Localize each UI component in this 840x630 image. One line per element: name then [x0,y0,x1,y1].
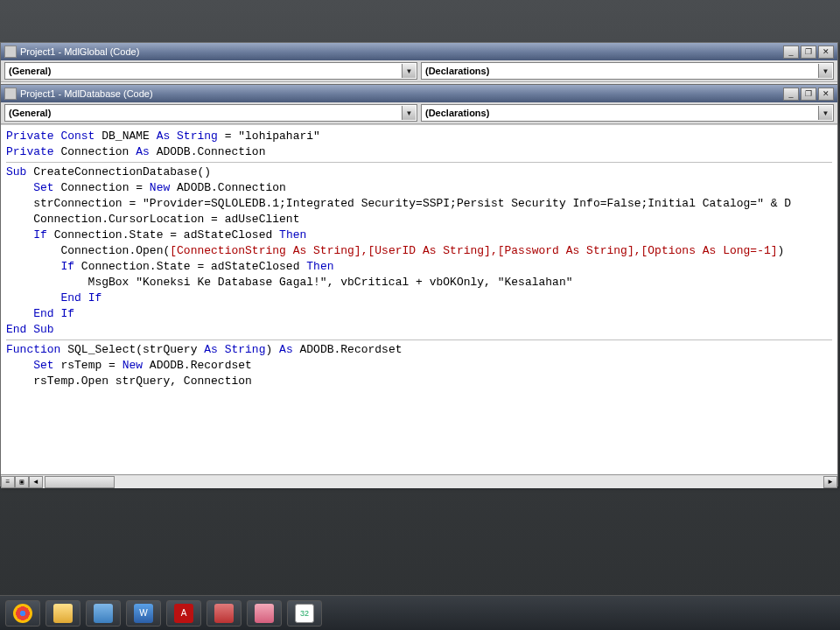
taskbar-pdf[interactable]: A [166,600,201,626]
chevron-down-icon[interactable]: ▼ [402,64,416,78]
close-button[interactable]: ✕ [818,46,834,59]
taskbar-app-blue[interactable] [86,600,121,626]
scroll-track[interactable] [43,476,823,488]
code-line: End Sub [6,322,832,338]
taskbar[interactable]: W A 32 [0,595,840,630]
scroll-thumb[interactable] [45,476,115,488]
scroll-right-button[interactable]: ► [823,476,837,488]
procedure-dropdown-label: (Declarations) [425,66,489,76]
object-dropdown-label: (General) [9,108,51,118]
word-icon: W [134,604,153,623]
close-button[interactable]: ✕ [818,88,834,101]
code-line: strConnection = "Provider=SQLOLEDB.1;Int… [6,196,832,212]
procedure-dropdown-database[interactable]: (Declarations) ▼ [421,104,834,122]
code-line: Function SQL_Select(strQuery As String) … [6,342,832,358]
code-line: End If [6,290,832,306]
restore-button[interactable]: ❐ [801,88,816,101]
maximize-button[interactable]: ❐ [801,46,816,59]
object-dropdown-label: (General) [9,66,51,76]
titlebar-mdlglobal[interactable]: Project1 - MdlGlobal (Code) _ ❐ ✕ [1,43,837,60]
taskbar-word[interactable]: W [126,600,161,626]
chevron-down-icon[interactable]: ▼ [402,106,416,120]
code-line: Connection.Open([ConnectionString As Str… [6,243,832,259]
titlebar-mdldatabase[interactable]: Project1 - MdlDatabase (Code) _ ❐ ✕ [1,85,837,102]
taskbar-explorer[interactable] [46,600,80,626]
taskbar-app-red[interactable] [206,600,242,626]
module-icon [4,46,17,58]
code-editor[interactable]: Private Const DB_NAME As String = "lohip… [1,124,837,488]
object-dropdown-database[interactable]: (General) ▼ [4,104,417,122]
code-line: If Connection.State = adStateClosed Then [6,259,832,275]
app-icon: 32 [295,604,314,623]
procedure-dropdown-global[interactable]: (Declarations) ▼ [421,62,834,80]
app-icon [255,604,274,623]
app-icon [94,604,113,623]
code-window-mdldatabase[interactable]: Project1 - MdlDatabase (Code) _ ❐ ✕ (Gen… [0,84,838,486]
code-line: Private Connection As ADODB.Connection [6,144,832,160]
object-dropdown-global[interactable]: (General) ▼ [4,62,417,80]
scroll-left-button[interactable]: ◄ [29,476,43,488]
code-line: Set rsTemp = New ADODB.Recordset [6,358,832,374]
minimize-button[interactable]: _ [783,88,799,101]
minimize-button[interactable]: _ [783,46,799,59]
code-line: Connection.CursorLocation = adUseClient [6,212,832,228]
pdf-icon: A [174,604,193,623]
taskbar-chrome[interactable] [5,600,40,626]
code-line: Sub CreateConnectionDatabase() [6,164,832,180]
chevron-down-icon[interactable]: ▼ [818,106,832,120]
window-title: Project1 - MdlDatabase (Code) [20,88,153,99]
code-line: Set Connection = New ADODB.Connection [6,180,832,196]
procedure-dropdown-label: (Declarations) [425,108,489,118]
taskbar-app-pink[interactable] [247,600,282,626]
code-line: Private Const DB_NAME As String = "lohip… [6,129,832,144]
chevron-down-icon[interactable]: ▼ [818,64,832,78]
intellisense-hint: [ConnectionString As String],[UserID As … [170,244,777,257]
window-title: Project1 - MdlGlobal (Code) [20,46,139,57]
horizontal-scrollbar[interactable]: ≡ ▣ ◄ ► [1,474,837,488]
chrome-icon [13,604,32,623]
taskbar-app-px[interactable]: 32 [287,600,322,626]
folder-icon [53,604,73,623]
code-line: MsgBox "Koneksi Ke Database Gagal!", vbC… [6,275,832,290]
procedure-separator [6,340,832,340]
procedure-separator [6,162,832,163]
module-icon [4,88,17,100]
full-module-view-button[interactable]: ≡ [1,476,15,488]
app-icon [214,604,234,623]
procedure-view-button[interactable]: ▣ [15,476,29,488]
code-line: End If [6,306,832,322]
code-line: rsTemp.Open strQuery, Connection [6,374,832,389]
code-line: If Connection.State = adStateClosed Then [6,228,832,243]
